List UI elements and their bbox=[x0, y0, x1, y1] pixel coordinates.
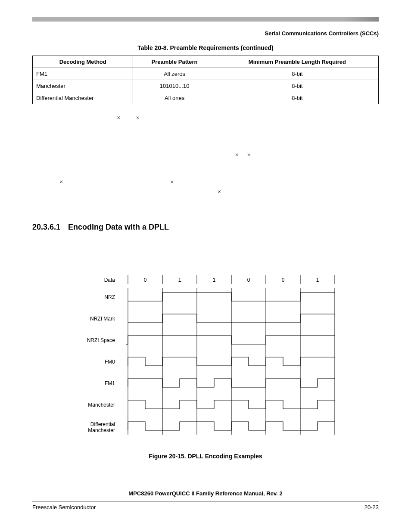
paragraph-1: The DPLL is driven by a clock 8× or 16× … bbox=[32, 113, 379, 168]
preamble-table: Decoding Method Preamble Pattern Minimum… bbox=[32, 56, 379, 104]
data-bit: 0 bbox=[247, 277, 250, 283]
cell-pattern: All ones bbox=[133, 92, 216, 104]
dpll-diagram: Data 0 1 1 0 0 1 NRZ NRZI Mark NRZI Spac… bbox=[59, 271, 352, 443]
row-label-fm1: FM1 bbox=[105, 380, 115, 386]
running-head: Serial Communications Controllers (SCCs) bbox=[32, 30, 379, 37]
row-label-manchester: Manchester bbox=[88, 402, 115, 408]
footer-rule bbox=[32, 501, 379, 501]
cell-min: 8-bit bbox=[216, 92, 378, 104]
data-bit: 1 bbox=[316, 277, 319, 283]
section-heading: 20.3.6.1Encoding Data with a DPLL bbox=[32, 223, 379, 232]
row-label-data: Data bbox=[104, 277, 115, 283]
cell-method: FM1 bbox=[33, 68, 133, 80]
table-caption: Table 20-8. Preamble Requirements (conti… bbox=[32, 44, 379, 51]
row-label-fm0: FM0 bbox=[105, 359, 115, 365]
cell-pattern: All zeros bbox=[133, 68, 216, 80]
row-label-nrzi-space: NRZI Space bbox=[87, 337, 115, 343]
page: Serial Communications Controllers (SCCs)… bbox=[0, 0, 411, 532]
cell-min: 8-bit bbox=[216, 80, 378, 92]
th-pattern: Preamble Pattern bbox=[133, 56, 216, 68]
cell-pattern: 101010...10 bbox=[133, 80, 216, 92]
footer-left: Freescale Semiconductor bbox=[32, 504, 96, 510]
row-label-diff-manchester-2: Manchester bbox=[88, 427, 115, 433]
row-label-nrzi-mark: NRZI Mark bbox=[90, 316, 115, 322]
header-bar bbox=[32, 17, 379, 22]
th-decoding: Decoding Method bbox=[33, 56, 133, 68]
cell-method: Differential Manchester bbox=[33, 92, 133, 104]
table-row: Manchester 101010...10 8-bit bbox=[33, 80, 379, 92]
row-label-nrz: NRZ bbox=[104, 294, 115, 300]
section-body: The DPLL can be programmed to encode and… bbox=[32, 240, 379, 249]
table-row: FM1 All zeros 8-bit bbox=[33, 68, 379, 80]
figure: Data 0 1 1 0 0 1 NRZ NRZI Mark NRZI Spac… bbox=[32, 271, 379, 460]
footer-manual: MPC8260 PowerQUICC II Family Reference M… bbox=[32, 490, 379, 497]
data-bit: 0 bbox=[144, 277, 147, 283]
cell-min: 8-bit bbox=[216, 68, 378, 80]
cell-method: Manchester bbox=[33, 80, 133, 92]
table-row: Differential Manchester All ones 8-bit bbox=[33, 92, 379, 104]
paragraph-2: With the 8× option, DPLL has 16K maximum… bbox=[32, 177, 379, 205]
th-minlen: Minimum Preamble Length Required bbox=[216, 56, 378, 68]
figure-caption: Figure 20-15. DPLL Encoding Examples bbox=[32, 453, 379, 460]
footer-right: 20-23 bbox=[364, 504, 379, 510]
row-label-diff-manchester-1: Differential bbox=[90, 421, 115, 427]
data-bit: 1 bbox=[213, 277, 216, 283]
section-title: Encoding Data with a DPLL bbox=[68, 223, 169, 231]
section-number: 20.3.6.1 bbox=[32, 223, 60, 232]
data-bit: 0 bbox=[282, 277, 285, 283]
data-bit: 1 bbox=[178, 277, 181, 283]
footer: MPC8260 PowerQUICC II Family Reference M… bbox=[32, 490, 379, 510]
